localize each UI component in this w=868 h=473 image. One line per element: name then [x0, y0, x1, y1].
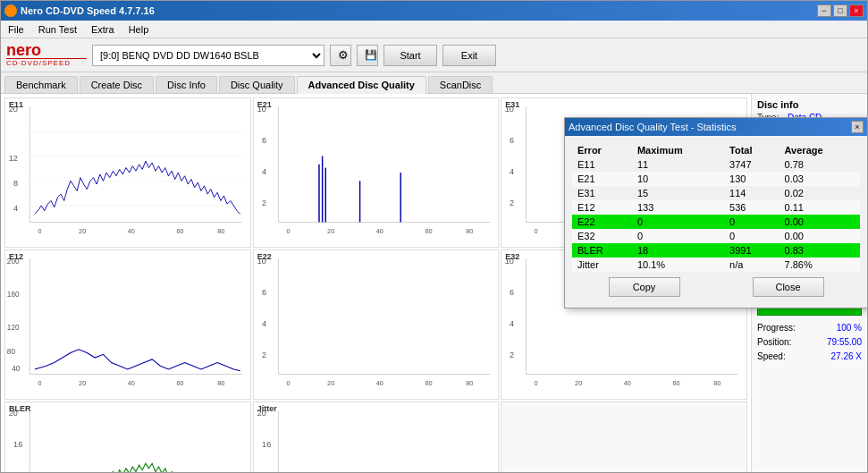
svg-text:6: 6	[510, 288, 514, 297]
progress-row: Progress: 100 %	[757, 323, 862, 333]
minimize-button[interactable]: −	[817, 4, 831, 17]
stats-average-cell: 0.00	[780, 229, 860, 243]
chart-bler-label: BLER	[9, 404, 31, 413]
stats-maximum-cell: 133	[632, 200, 724, 215]
svg-rect-2	[5, 98, 250, 247]
chart-e12-label: E12	[9, 252, 23, 261]
svg-text:0: 0	[286, 227, 290, 235]
drive-select[interactable]: [9:0] BENQ DVD DD DW1640 BSLB	[92, 45, 324, 66]
start-button[interactable]: Start	[383, 45, 437, 66]
chart-e22: E22 10 6 4 2 0 20 40 60 80	[253, 249, 500, 400]
stats-average-cell: 7.86%	[780, 258, 860, 272]
svg-text:160: 160	[7, 291, 20, 299]
menu-bar: File Run Test Extra Help	[1, 21, 867, 38]
tab-create-disc[interactable]: Create Disc	[80, 76, 154, 93]
svg-text:40: 40	[12, 365, 21, 373]
stats-maximum-cell: 10.1%	[632, 258, 724, 272]
stats-error-cell: E32	[572, 229, 632, 243]
window-title: Nero CD-DVD Speed 4.7.7.16	[21, 5, 155, 16]
stats-header-total: Total	[724, 143, 780, 157]
chart-e12: E12 200 160 120 80 40 0 20 40 60 80	[4, 249, 251, 400]
stats-maximum-cell: 0	[632, 215, 724, 229]
tab-disc-info[interactable]: Disc Info	[156, 76, 217, 93]
stats-average-cell: 0.78	[780, 157, 860, 172]
svg-text:6: 6	[262, 288, 266, 297]
svg-text:8: 8	[13, 179, 18, 188]
svg-rect-87	[5, 402, 250, 473]
stats-title-bar: Advanced Disc Quality Test - Statistics …	[565, 118, 867, 136]
close-stats-button[interactable]: Close	[753, 277, 824, 297]
table-row: E11 11 3747 0.78	[572, 157, 860, 172]
table-row: E31 15 114 0.02	[572, 186, 860, 200]
svg-text:4: 4	[510, 319, 514, 328]
svg-text:20: 20	[327, 227, 334, 235]
position-label: Position:	[757, 337, 791, 347]
stats-total-cell: 3991	[724, 243, 780, 258]
speed-display-value: 27.26 X	[831, 351, 862, 361]
stats-average-cell: 0.11	[780, 200, 860, 215]
menu-run-test[interactable]: Run Test	[31, 23, 84, 36]
menu-extra[interactable]: Extra	[84, 23, 122, 36]
svg-text:40: 40	[375, 380, 383, 388]
svg-text:4: 4	[13, 204, 18, 213]
tab-disc-quality[interactable]: Disc Quality	[219, 76, 295, 93]
chart-e31-label: E31	[505, 100, 519, 109]
svg-rect-63	[254, 250, 499, 399]
stats-error-cell: E12	[572, 200, 632, 215]
svg-text:0: 0	[535, 380, 538, 388]
svg-text:80: 80	[217, 227, 224, 235]
nero-logo-top: nero	[6, 42, 87, 58]
stats-error-cell: E21	[572, 172, 632, 186]
exit-button[interactable]: Exit	[442, 45, 496, 66]
speed-display-label: Speed:	[757, 351, 786, 361]
title-bar: Nero CD-DVD Speed 4.7.7.16 − □ ×	[1, 1, 867, 21]
stats-total-cell: 536	[724, 200, 780, 215]
maximize-button[interactable]: □	[833, 4, 847, 17]
svg-text:60: 60	[177, 227, 184, 235]
svg-text:2: 2	[510, 351, 514, 359]
stats-window: Advanced Disc Quality Test - Statistics …	[564, 117, 868, 308]
nero-logo-bottom: CD·DVD/SPEED	[6, 58, 87, 68]
stats-maximum-cell: 18	[632, 243, 724, 258]
close-button[interactable]: ×	[849, 4, 864, 17]
chart-bler: BLER 20 16 12 8 4 0 20 40 60 80	[4, 401, 251, 473]
tab-benchmark[interactable]: Benchmark	[4, 76, 78, 93]
svg-text:80: 80	[466, 380, 473, 388]
svg-text:40: 40	[624, 380, 631, 388]
chart-e22-label: E22	[257, 252, 272, 261]
stats-title: Advanced Disc Quality Test - Statistics	[569, 122, 736, 132]
svg-text:16: 16	[13, 440, 22, 449]
chart-jitter-label: Jitter	[257, 404, 277, 413]
chart-e11: E11 20 12 8 4 0 20	[4, 97, 251, 248]
svg-text:4: 4	[510, 167, 514, 176]
menu-help[interactable]: Help	[122, 23, 156, 36]
stats-average-cell: 0.00	[780, 215, 860, 229]
progress-value: 100 %	[837, 323, 862, 333]
app-icon	[4, 4, 17, 17]
stats-buttons: Copy Close	[572, 272, 860, 300]
save-button[interactable]: 💾	[357, 45, 378, 66]
stats-close-icon[interactable]: ×	[851, 121, 864, 133]
menu-file[interactable]: File	[1, 23, 31, 36]
stats-total-cell: 114	[724, 186, 780, 200]
tab-scan-disc[interactable]: ScanDisc	[428, 76, 493, 93]
toolbar: nero CD·DVD/SPEED [9:0] BENQ DVD DD DW16…	[1, 38, 867, 72]
stats-maximum-cell: 0	[632, 229, 724, 243]
tab-advanced-disc-quality[interactable]: Advanced Disc Quality	[297, 76, 426, 94]
svg-text:60: 60	[425, 227, 432, 235]
svg-text:60: 60	[177, 380, 184, 388]
stats-error-cell: E31	[572, 186, 632, 200]
copy-button[interactable]: Copy	[609, 277, 680, 297]
tabs-bar: Benchmark Create Disc Disc Info Disc Qua…	[1, 72, 867, 94]
table-row: E21 10 130 0.03	[572, 172, 860, 186]
svg-rect-50	[5, 250, 250, 399]
stats-total-cell: 130	[724, 172, 780, 186]
table-row: BLER 18 3991 0.83	[572, 243, 860, 258]
stats-header-average: Average	[780, 143, 860, 157]
stats-total-cell: 3747	[724, 157, 780, 172]
svg-text:20: 20	[79, 380, 86, 388]
svg-text:80: 80	[466, 227, 473, 235]
disc-info-title: Disc info	[757, 99, 862, 110]
progress-label: Progress:	[757, 323, 796, 333]
options-button[interactable]: ⚙	[330, 45, 351, 66]
